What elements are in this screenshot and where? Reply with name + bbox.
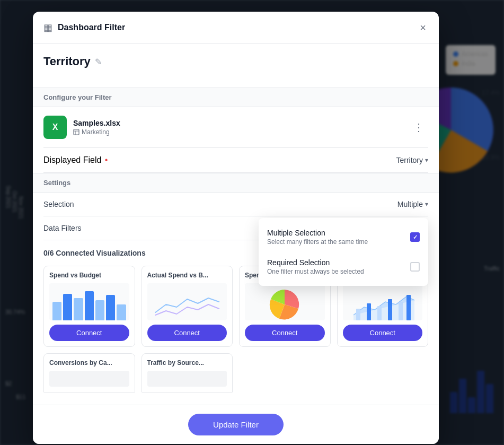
- svg-rect-9: [388, 299, 392, 320]
- svg-rect-11: [406, 295, 411, 320]
- viz-card-content-5: Conversions by Ca...: [44, 354, 135, 392]
- svg-rect-7: [367, 303, 371, 320]
- viz-card-traffic: Traffic by Source...: [142, 353, 233, 392]
- file-meta: Marketing: [73, 128, 120, 136]
- selection-value[interactable]: Multiple ▾: [397, 200, 428, 208]
- bar-area-chart: [348, 289, 417, 320]
- edit-icon[interactable]: ✎: [95, 57, 102, 67]
- dashboard-filter-modal: ▦ Dashboard Filter × Territory ✎ Configu…: [33, 12, 439, 444]
- checkmark-icon: ✓: [413, 234, 418, 241]
- connect-btn-1[interactable]: Connect: [49, 325, 129, 341]
- territory-title: Territory: [43, 55, 91, 68]
- viz-card-content-1: Spend vs Budget: [44, 266, 135, 346]
- viz-card-actual-spend: Actual Spend vs B... Connect: [142, 266, 233, 347]
- modal-header-left: ▦ Dashboard Filter: [43, 22, 125, 33]
- mini-pie-chart: [269, 289, 300, 320]
- viz-card-title-6: Traffic by Source...: [147, 359, 227, 367]
- selection-dropdown: Multiple Selection Select many filters a…: [259, 218, 428, 286]
- viz-bottom-row: Conversions by Ca... Traffic by Source..…: [43, 353, 428, 392]
- connect-btn-4[interactable]: Connect: [343, 325, 423, 341]
- required-selection-checkbox[interactable]: [410, 262, 420, 272]
- required-selection-title: Required Selection: [267, 258, 364, 267]
- required-selection-header: Required Selection One filter must alway…: [267, 258, 420, 275]
- data-filters-label: Data Filters: [43, 224, 82, 232]
- multiple-selection-title: Multiple Selection: [267, 229, 368, 237]
- svg-rect-1: [74, 129, 79, 135]
- modal-title: Dashboard Filter: [58, 23, 125, 32]
- viz-thumbnail-4: [343, 283, 423, 320]
- chevron-down-icon: ▾: [425, 156, 428, 164]
- viz-card-title-1: Spend vs Budget: [49, 272, 129, 279]
- territory-section: Territory ✎: [43, 44, 428, 88]
- modal-footer: Update Filter: [33, 405, 439, 444]
- modal-body: Territory ✎ Configure your Filter X Samp…: [33, 44, 439, 426]
- file-details: Samples.xlsx Marketing: [73, 119, 120, 136]
- selection-row: Selection Multiple ▾ Multiple Selection …: [43, 193, 428, 216]
- mini-line-chart: [147, 289, 227, 320]
- close-button[interactable]: ×: [418, 20, 428, 35]
- required-selection-text: Required Selection One filter must alway…: [267, 258, 364, 275]
- multiple-selection-option[interactable]: Multiple Selection Select many filters a…: [259, 222, 428, 252]
- table-icon: [73, 129, 79, 135]
- viz-card-title-2: Actual Spend vs B...: [147, 272, 227, 279]
- multiple-selection-text: Multiple Selection Select many filters a…: [267, 229, 368, 246]
- required-dot: •: [102, 155, 108, 164]
- configure-section-label: Configure your Filter: [33, 88, 439, 107]
- displayed-field-value[interactable]: Territory ▾: [396, 156, 428, 164]
- multiple-selection-header: Multiple Selection Select many filters a…: [267, 229, 420, 246]
- more-options-button[interactable]: ⋮: [409, 119, 428, 136]
- update-filter-button[interactable]: Update Filter: [188, 414, 284, 435]
- viz-thumbnail-3: [245, 283, 325, 320]
- filter-icon: ▦: [43, 22, 52, 33]
- viz-card-content-2: Actual Spend vs B... Connect: [142, 266, 233, 346]
- multiple-selection-checkbox[interactable]: ✓: [410, 232, 420, 242]
- svg-rect-10: [399, 302, 403, 320]
- selection-label: Selection: [43, 200, 74, 208]
- connect-btn-2[interactable]: Connect: [147, 325, 227, 341]
- required-selection-desc: One filter must always be selected: [267, 268, 364, 275]
- svg-rect-6: [356, 309, 360, 320]
- file-row: X Samples.xlsx Marketing ⋮: [43, 107, 428, 148]
- file-name: Samples.xlsx: [73, 119, 120, 127]
- connect-btn-3[interactable]: Connect: [245, 325, 325, 341]
- modal-header: ▦ Dashboard Filter ×: [33, 12, 439, 44]
- displayed-field-label: Displayed Field •: [43, 155, 108, 165]
- viz-card-conversions: Conversions by Ca...: [43, 353, 135, 392]
- settings-section-label: Settings: [33, 173, 439, 193]
- viz-card-spend-vs-budget: Spend vs Budget: [43, 266, 135, 347]
- file-icon: X: [43, 116, 67, 139]
- viz-card-title-5: Conversions by Ca...: [49, 359, 129, 367]
- territory-header: Territory ✎: [43, 55, 428, 68]
- viz-thumbnail-1: [49, 283, 129, 320]
- viz-card-content-6: Traffic by Source...: [142, 354, 233, 392]
- multiple-selection-desc: Select many filters at the same time: [267, 238, 368, 246]
- selection-chevron-icon: ▾: [425, 200, 428, 208]
- file-info: X Samples.xlsx Marketing: [43, 116, 120, 139]
- required-selection-option[interactable]: Required Selection One filter must alway…: [259, 252, 428, 282]
- svg-rect-8: [377, 306, 382, 320]
- viz-thumbnail-2: [147, 283, 227, 320]
- mini-bar-chart-1: [49, 289, 129, 320]
- displayed-field-row: Displayed Field • Territory ▾: [43, 148, 428, 173]
